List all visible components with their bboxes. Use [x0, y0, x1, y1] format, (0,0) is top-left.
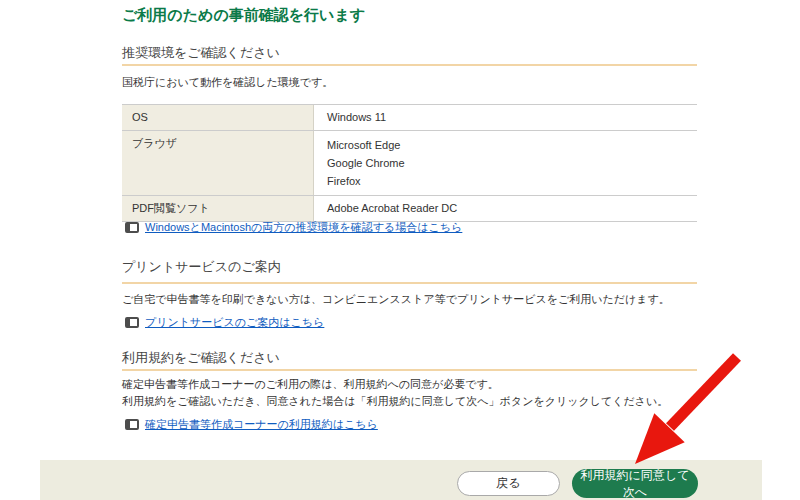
terms-description-line1: 確定申告書等作成コーナーのご利用の際は、利用規約への同意が必要です。 — [122, 378, 499, 390]
new-window-icon — [125, 419, 139, 430]
browser-item: Firefox — [327, 172, 684, 190]
back-button[interactable]: 戻る — [457, 471, 560, 496]
environment-table: OS Windows 11 ブラウザ Microsoft Edge Google… — [122, 104, 697, 222]
new-window-icon — [125, 317, 139, 328]
red-arrow-icon — [0, 0, 800, 500]
section-heading-print-service: プリントサービスのご案内 — [122, 258, 697, 284]
section-heading-recommended-env: 推奨環境をご確認ください — [122, 44, 697, 66]
footer-action-bar: 戻る 利用規約に同意して次へ — [40, 460, 762, 500]
terms-link[interactable]: 確定申告書等作成コーナーの利用規約はこちら — [145, 417, 378, 432]
table-value-os: Windows 11 — [314, 105, 697, 130]
table-value-browsers: Microsoft Edge Google Chrome Firefox — [314, 131, 697, 195]
table-value-pdf: Adobe Acrobat Reader DC — [314, 196, 697, 221]
section-heading-terms: 利用規約をご確認ください — [122, 349, 697, 371]
env-details-link[interactable]: WindowsとMacintoshの両方の推奨環境を確認する場合はこちら — [145, 220, 462, 235]
browser-item: Microsoft Edge — [327, 136, 684, 154]
table-row-os: OS Windows 11 — [122, 105, 697, 131]
terms-description: 確定申告書等作成コーナーのご利用の際は、利用規約への同意が必要です。 利用規約を… — [122, 376, 668, 410]
table-row-pdf: PDF閲覧ソフト Adobe Acrobat Reader DC — [122, 196, 697, 222]
table-label-browser: ブラウザ — [122, 131, 314, 195]
env-details-link-row: WindowsとMacintoshの両方の推奨環境を確認する場合はこちら — [125, 220, 462, 235]
table-row-browser: ブラウザ Microsoft Edge Google Chrome Firefo… — [122, 131, 697, 196]
table-label-os: OS — [122, 105, 314, 130]
table-label-pdf: PDF閲覧ソフト — [122, 196, 314, 221]
print-service-link[interactable]: プリントサービスのご案内はこちら — [145, 315, 324, 330]
terms-link-row: 確定申告書等作成コーナーの利用規約はこちら — [125, 417, 378, 432]
agree-next-button[interactable]: 利用規約に同意して次へ — [572, 469, 698, 498]
print-service-description: ご自宅で申告書等を印刷できない方は、コンビニエンスストア等でプリントサービスをご… — [122, 291, 670, 308]
recommended-env-description: 国税庁において動作を確認した環境です。 — [122, 74, 333, 91]
print-service-link-row: プリントサービスのご案内はこちら — [125, 315, 324, 330]
page-title: ご利用のための事前確認を行います — [122, 6, 365, 25]
terms-description-line2: 利用規約をご確認いただき、同意された場合は「利用規約に同意して次へ」ボタンをクリ… — [122, 395, 668, 407]
new-window-icon — [125, 222, 139, 233]
browser-item: Google Chrome — [327, 154, 684, 172]
